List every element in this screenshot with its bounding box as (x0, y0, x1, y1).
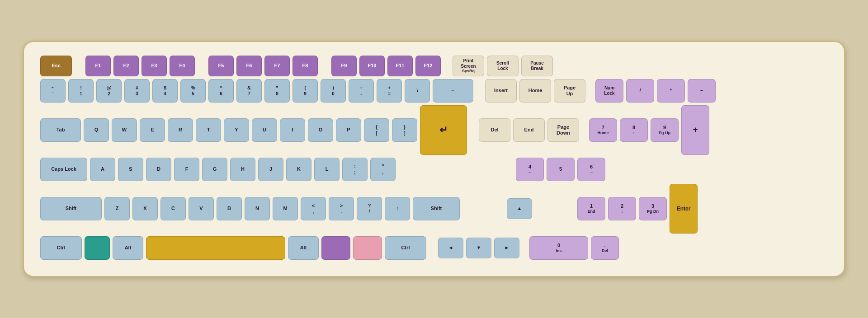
key-semicolon[interactable]: :; (342, 158, 368, 181)
key-f5[interactable]: F5 (208, 56, 234, 76)
key-numplus[interactable]: + (681, 105, 709, 155)
key-num4[interactable]: 4← (516, 158, 544, 181)
key-o[interactable]: O (308, 118, 333, 142)
key-pageup[interactable]: PageUp (554, 79, 585, 103)
key-numdot[interactable]: .Del (591, 236, 619, 260)
key-7[interactable]: &7 (236, 79, 262, 103)
key-menu[interactable] (321, 236, 350, 260)
key-arrow-left[interactable]: ◄ (438, 238, 463, 258)
key-esc[interactable]: Esc (40, 56, 72, 76)
key-num9[interactable]: 9Pg Up (651, 118, 679, 142)
key-num7[interactable]: 7Home (589, 118, 617, 142)
key-2[interactable]: @2 (96, 79, 122, 103)
key-numminus[interactable]: – (688, 79, 716, 103)
key-backspace[interactable]: ← (433, 79, 473, 103)
key-w[interactable]: W (112, 118, 137, 142)
key-f7[interactable]: F7 (264, 56, 290, 76)
key-x[interactable]: X (132, 197, 158, 220)
key-arrow-up[interactable]: ▲ (507, 198, 532, 219)
key-numlock[interactable]: NumLock (595, 79, 623, 103)
key-minus[interactable]: –- (349, 79, 374, 103)
key-t[interactable]: T (196, 118, 221, 142)
key-s[interactable]: S (118, 158, 143, 181)
key-4[interactable]: $4 (152, 79, 178, 103)
key-a[interactable]: A (90, 158, 115, 181)
key-p[interactable]: P (336, 118, 361, 142)
key-n[interactable]: N (245, 197, 270, 220)
key-3[interactable]: #3 (124, 79, 150, 103)
key-alt-left[interactable]: Alt (113, 236, 143, 260)
key-num5[interactable]: 5 (547, 158, 575, 181)
key-numslash[interactable]: / (626, 79, 654, 103)
key-y[interactable]: Y (224, 118, 249, 142)
key-period[interactable]: >. (329, 197, 354, 220)
key-j[interactable]: J (258, 158, 283, 181)
key-q[interactable]: Q (84, 118, 109, 142)
key-home[interactable]: Home (519, 79, 551, 103)
key-f10[interactable]: F10 (359, 56, 385, 76)
key-alt-right[interactable]: Alt (288, 236, 319, 260)
key-f4[interactable]: F4 (170, 56, 195, 76)
key-k[interactable]: K (286, 158, 311, 181)
key-6[interactable]: ^6 (208, 79, 234, 103)
key-f12[interactable]: F12 (415, 56, 441, 76)
key-num6[interactable]: 6→ (577, 158, 605, 181)
key-c[interactable]: C (160, 197, 186, 220)
key-num1[interactable]: 1End (577, 197, 605, 220)
key-f6[interactable]: F6 (236, 56, 262, 76)
key-num2[interactable]: 2↓ (608, 197, 636, 220)
key-numasterisk[interactable]: * (657, 79, 685, 103)
key-rbracket[interactable]: }] (392, 118, 417, 142)
key-pausebreak[interactable]: PauseBreak (521, 56, 553, 76)
key-ctrl-left[interactable]: Ctrl (40, 236, 82, 260)
key-f3[interactable]: F3 (142, 56, 167, 76)
key-scrolllock[interactable]: ScrollLock (487, 56, 519, 76)
key-i[interactable]: I (280, 118, 305, 142)
key-h[interactable]: H (230, 158, 255, 181)
key-printscreen[interactable]: PrintScreenSysRq (453, 56, 484, 76)
key-m[interactable]: M (273, 197, 298, 220)
key-plus[interactable]: += (377, 79, 402, 103)
key-u[interactable]: U (252, 118, 277, 142)
key-capslock[interactable]: Caps Lock (40, 158, 87, 181)
key-f[interactable]: F (174, 158, 199, 181)
key-tab[interactable]: Tab (40, 118, 81, 142)
key-9[interactable]: (9 (292, 79, 318, 103)
key-l[interactable]: L (314, 158, 340, 181)
key-arrow-right[interactable]: ► (494, 238, 519, 258)
key-lbracket[interactable]: {[ (364, 118, 389, 142)
key-extra[interactable] (353, 236, 382, 260)
key-insert[interactable]: Insert (485, 79, 517, 103)
key-v[interactable]: V (189, 197, 214, 220)
key-arrow-down[interactable]: ▼ (466, 238, 491, 258)
key-num3[interactable]: 3Pg Dn (639, 197, 667, 220)
key-space[interactable] (146, 236, 285, 260)
key-ctrl-right[interactable]: Ctrl (385, 236, 426, 260)
key-backslash[interactable]: \ (405, 79, 430, 103)
key-shift-right[interactable]: Shift (413, 197, 460, 220)
key-f9[interactable]: F9 (331, 56, 357, 76)
key-r[interactable]: R (168, 118, 193, 142)
key-e[interactable]: E (140, 118, 165, 142)
key-enter[interactable]: ↵ (420, 105, 467, 155)
key-numenter[interactable]: Enter (670, 184, 698, 234)
key-g[interactable]: G (202, 158, 227, 181)
key-del[interactable]: Del (479, 118, 510, 142)
key-shift-left[interactable]: Shift (40, 197, 102, 220)
key-0[interactable]: )0 (321, 79, 346, 103)
key-comma[interactable]: <, (301, 197, 326, 220)
key-up-arrow-inline[interactable]: ↑ (385, 197, 410, 220)
key-8[interactable]: *8 (264, 79, 290, 103)
key-f2[interactable]: F2 (113, 56, 139, 76)
key-tilde[interactable]: ~` (40, 79, 66, 103)
key-slash[interactable]: ?/ (357, 197, 382, 220)
key-num0[interactable]: 0Ins (529, 236, 588, 260)
key-z[interactable]: Z (104, 197, 130, 220)
key-b[interactable]: B (217, 197, 242, 220)
key-quote[interactable]: ", (370, 158, 396, 181)
key-1[interactable]: !1 (68, 79, 94, 103)
key-end[interactable]: End (513, 118, 545, 142)
key-f1[interactable]: F1 (85, 56, 111, 76)
key-pagedown[interactable]: PageDown (547, 118, 579, 142)
key-f11[interactable]: F11 (387, 56, 413, 76)
